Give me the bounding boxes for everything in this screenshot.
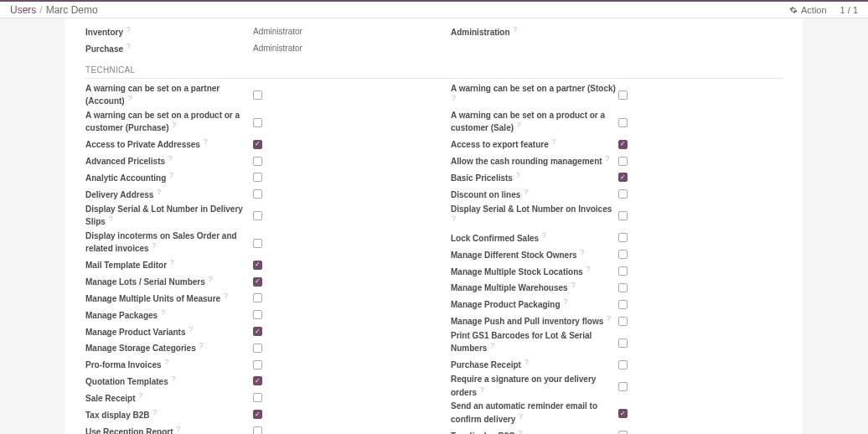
checkbox[interactable] xyxy=(618,266,628,276)
option-manage-different-stock-owners: Manage Different Stock Owners ? xyxy=(451,246,783,263)
option-label: Manage Packages ? xyxy=(85,308,253,322)
checkbox[interactable] xyxy=(618,283,628,292)
checkbox[interactable] xyxy=(253,118,262,127)
field-value[interactable]: Administrator xyxy=(253,44,417,53)
option-access-to-export-feature: Access to export feature ? xyxy=(451,136,783,152)
field-label: Inventory ? xyxy=(85,25,253,39)
field-administration: Administration ? xyxy=(451,23,783,40)
checkbox[interactable] xyxy=(618,157,628,166)
checkbox[interactable] xyxy=(618,250,628,259)
option-label: Manage Multiple Units of Measure ? xyxy=(85,292,253,305)
breadcrumb-current: Marc Demo xyxy=(46,4,98,16)
checkbox[interactable] xyxy=(618,118,628,127)
option-mail-template-editor: Mail Template Editor ? xyxy=(85,256,417,273)
checkbox[interactable] xyxy=(253,189,262,199)
option-a-warning-can-be-set-on-a-product-or-a-c: A warning can be set on a product or a c… xyxy=(451,109,783,136)
checkbox[interactable] xyxy=(253,211,262,220)
option-label: A warning can be set on a product or a c… xyxy=(451,111,618,134)
option-access-to-private-addresses: Access to Private Addresses ? xyxy=(85,136,417,152)
checkbox[interactable] xyxy=(618,338,628,348)
option-label: Pro-forma Invoices ? xyxy=(85,358,253,371)
checkbox[interactable] xyxy=(253,173,262,182)
checkbox[interactable] xyxy=(253,393,262,402)
option-display-incoterms-on-sales-order-and-rel: Display incoterms on Sales Order and rel… xyxy=(85,230,417,256)
checkbox[interactable] xyxy=(253,410,262,419)
checkbox[interactable] xyxy=(618,173,628,182)
checkbox[interactable] xyxy=(618,233,628,242)
action-label: Action xyxy=(801,5,827,15)
option-manage-product-packaging: Manage Product Packaging ? xyxy=(451,296,783,313)
option-a-warning-can-be-set-on-a-product-or-a-c: A warning can be set on a product or a c… xyxy=(85,109,417,136)
checkbox[interactable] xyxy=(618,140,628,149)
field-inventory: Inventory ?Administrator xyxy=(85,23,417,40)
option-label: Allow the cash rounding management ? xyxy=(451,154,618,168)
option-pro-forma-invoices: Pro-forma Invoices ? xyxy=(85,356,417,373)
field-label: Purchase ? xyxy=(85,42,253,55)
option-label: Analytic Accounting ? xyxy=(85,171,253,184)
option-label: Quotation Templates ? xyxy=(85,375,253,388)
option-manage-lots-serial-numbers: Manage Lots / Serial Numbers ? xyxy=(85,273,417,290)
option-sale-receipt: Sale Receipt ? xyxy=(85,390,417,406)
checkbox[interactable] xyxy=(253,239,262,248)
option-label: Access to Private Addresses ? xyxy=(85,137,253,151)
checkbox[interactable] xyxy=(618,317,628,326)
option-tax-display-b2c: Tax display B2C ? xyxy=(451,427,783,434)
section-technical: TECHNICAL xyxy=(85,57,783,79)
checkbox[interactable] xyxy=(618,431,628,434)
option-a-warning-can-be-set-on-a-partner-accoun: A warning can be set on a partner (Accou… xyxy=(85,82,417,109)
option-label: A warning can be set on a partner (Stock… xyxy=(451,84,618,107)
option-manage-push-and-pull-inventory-flows: Manage Push and Pull inventory flows ? xyxy=(451,313,783,329)
checkbox[interactable] xyxy=(253,310,262,319)
option-tax-display-b2b: Tax display B2B ? xyxy=(85,406,417,423)
option-send-an-automatic-reminder-email-to-conf: Send an automatic reminder email to conf… xyxy=(451,400,783,426)
option-label: Lock Confirmed Sales ? xyxy=(451,231,618,245)
pager[interactable]: 1 / 1 xyxy=(840,5,858,15)
option-label: Sale Receipt ? xyxy=(85,391,253,405)
option-require-a-signature-on-your-delivery-ord: Require a signature on your delivery ord… xyxy=(451,373,783,400)
field-value[interactable]: Administrator xyxy=(253,27,417,36)
option-label: Display Serial & Lot Number in Delivery … xyxy=(85,204,253,228)
option-purchase-receipt: Purchase Receipt ? xyxy=(451,356,783,373)
checkbox[interactable] xyxy=(253,157,262,166)
checkbox[interactable] xyxy=(253,376,262,385)
option-display-serial-lot-number-on-invoices: Display Serial & Lot Number on Invoices … xyxy=(451,203,783,230)
checkbox[interactable] xyxy=(618,90,628,100)
option-label: Basic Pricelists ? xyxy=(451,171,618,184)
option-a-warning-can-be-set-on-a-partner-stock: A warning can be set on a partner (Stock… xyxy=(451,82,783,109)
option-label: Mail Template Editor ? xyxy=(85,258,253,271)
checkbox[interactable] xyxy=(618,409,628,418)
option-basic-pricelists: Basic Pricelists ? xyxy=(451,169,783,186)
checkbox[interactable] xyxy=(253,277,262,287)
checkbox[interactable] xyxy=(618,189,628,199)
checkbox[interactable] xyxy=(253,360,262,369)
checkbox[interactable] xyxy=(253,293,262,302)
option-label: Tax display B2B ? xyxy=(85,408,253,421)
option-label: Manage Product Packaging ? xyxy=(451,297,618,311)
checkbox[interactable] xyxy=(253,90,262,100)
option-manage-storage-categories: Manage Storage Categories ? xyxy=(85,339,417,356)
option-quotation-templates: Quotation Templates ? xyxy=(85,373,417,390)
checkbox[interactable] xyxy=(618,211,628,220)
action-button[interactable]: Action xyxy=(789,5,827,15)
form-sheet: Inventory ?AdministratorPurchase ?Admini… xyxy=(65,18,803,434)
option-label: Manage Product Variants ? xyxy=(85,325,253,338)
option-discount-on-lines: Discount on lines ? xyxy=(451,186,783,203)
option-label: A warning can be set on a product or a c… xyxy=(85,111,253,134)
checkbox[interactable] xyxy=(618,382,628,391)
checkbox[interactable] xyxy=(253,327,262,336)
checkbox[interactable] xyxy=(253,261,262,270)
option-manage-packages: Manage Packages ? xyxy=(85,307,417,323)
option-label: Access to export feature ? xyxy=(451,137,618,151)
checkbox[interactable] xyxy=(618,300,628,309)
option-label: Display incoterms on Sales Order and rel… xyxy=(85,231,253,255)
option-label: Manage Storage Categories ? xyxy=(85,341,253,354)
option-manage-multiple-units-of-measure: Manage Multiple Units of Measure ? xyxy=(85,290,417,307)
topbar: Users / Marc Demo Action 1 / 1 xyxy=(0,0,868,18)
option-display-serial-lot-number-in-delivery-sl: Display Serial & Lot Number in Delivery … xyxy=(85,203,417,230)
checkbox[interactable] xyxy=(253,426,262,434)
checkbox[interactable] xyxy=(253,344,262,353)
checkbox[interactable] xyxy=(253,140,262,149)
option-label: Purchase Receipt ? xyxy=(451,358,618,371)
breadcrumb-root[interactable]: Users xyxy=(10,4,36,16)
checkbox[interactable] xyxy=(618,360,628,369)
